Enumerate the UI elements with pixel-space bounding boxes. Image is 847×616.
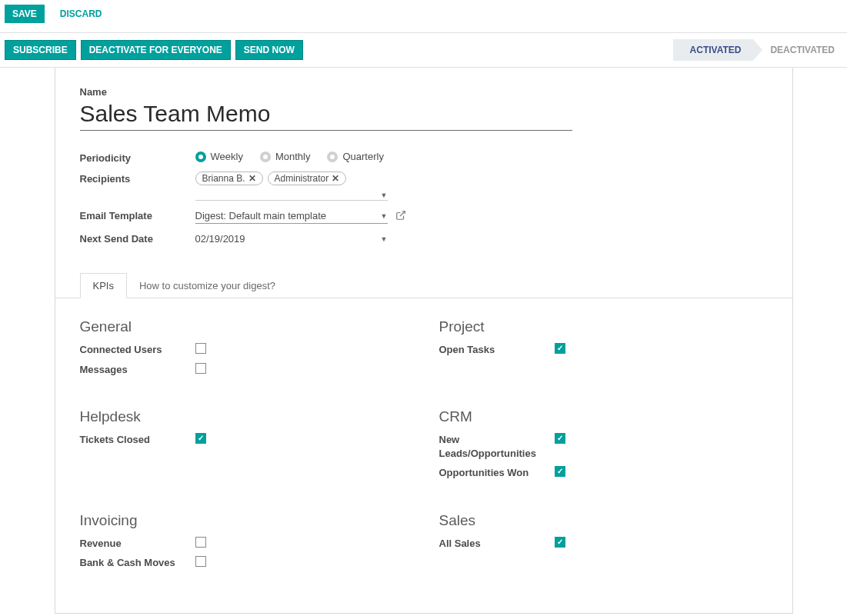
kpi-section-title: CRM [439,408,768,425]
remove-icon[interactable]: ✕ [332,173,339,184]
recipient-tag[interactable]: Brianna B.✕ [195,171,263,185]
discard-button[interactable]: Discard [52,5,110,23]
kpi-checkbox[interactable] [195,537,206,548]
kpi-checkbox[interactable] [195,363,206,374]
external-link-icon[interactable] [395,210,406,223]
kpi-section-title: Helpdesk [80,408,408,425]
email-template-select[interactable]: Digest: Default main template ▼ [195,208,388,224]
status-activated[interactable]: Activated [673,39,754,61]
kpi-section-sales: Sales All Sales✓ [439,512,768,576]
periodicity-monthly-label: Monthly [275,151,311,162]
kpi-section-invoicing: Invoicing RevenueBank & Cash Moves [80,512,408,576]
periodicity-quarterly[interactable]: Quarterly [327,151,383,162]
kpi-row: Revenue [80,537,408,551]
periodicity-label: Periodicity [80,151,195,164]
kpi-section-crm: CRM New Leads/Opportunities✓Opportunitie… [439,408,768,486]
kpi-section-general: General Connected UsersMessages [80,318,408,382]
kpi-row: Bank & Cash Moves [80,556,408,570]
recipients-label: Recipients [80,171,195,185]
kpi-section-project: Project Open Tasks✓ [439,318,768,382]
periodicity-weekly[interactable]: Weekly [195,151,243,162]
send-now-button[interactable]: Send Now [235,40,303,60]
tab-howto[interactable]: How to customize your digest? [126,273,288,298]
kpi-row: Open Tasks✓ [439,343,768,357]
radio-dot-icon [260,152,271,162]
recipients-field[interactable]: Brianna B.✕Administrator✕ ▼ [195,171,572,201]
periodicity-quarterly-label: Quarterly [342,151,383,162]
caret-down-icon: ▼ [381,191,388,199]
save-button[interactable]: Save [5,5,45,23]
remove-icon[interactable]: ✕ [248,173,256,184]
recipient-tag-label: Administrator [275,173,329,184]
kpi-section-title: Invoicing [80,512,408,529]
kpi-label: Connected Users [80,343,195,357]
kpi-section-title: Project [439,318,768,335]
kpi-checkbox[interactable]: ✓ [555,537,565,548]
caret-down-icon: ▼ [381,235,388,243]
kpi-label: Messages [80,363,195,377]
kpi-row: Connected Users [80,343,408,357]
kpi-checkbox[interactable] [195,556,206,567]
next-send-date-input[interactable]: 02/19/2019 ▼ [195,231,388,246]
kpi-label: Open Tasks [439,343,555,357]
kpi-label: All Sales [439,537,555,551]
kpi-label: Tickets Closed [80,433,195,447]
recipient-tag[interactable]: Administrator✕ [268,171,347,185]
recipient-tag-label: Brianna B. [202,173,245,184]
kpi-row: All Sales✓ [439,537,768,551]
statusbar: Activated Deactivated [673,39,847,61]
email-template-label: Email Template [80,208,195,221]
kpi-row: Tickets Closed✓ [80,433,408,447]
kpi-label: New Leads/Opportunities [439,433,555,460]
kpi-checkbox[interactable]: ✓ [555,466,565,477]
name-input[interactable] [80,99,572,131]
deactivate-for-everyone-button[interactable]: Deactivate for Everyone [81,40,231,60]
kpi-section-title: General [80,318,408,335]
caret-down-icon: ▼ [381,212,388,220]
kpi-label: Bank & Cash Moves [80,556,195,570]
kpi-checkbox[interactable] [195,343,206,354]
recipients-dropdown[interactable]: ▼ [195,190,388,201]
subscribe-button[interactable]: Subscribe [5,40,76,60]
kpi-section-title: Sales [439,512,768,529]
kpi-row: Opportunities Won✓ [439,466,768,480]
kpi-label: Opportunities Won [439,466,555,480]
periodicity-monthly[interactable]: Monthly [260,151,311,162]
kpi-checkbox[interactable]: ✓ [555,433,565,444]
radio-dot-icon [195,152,206,162]
kpi-row: Messages [80,363,408,377]
periodicity-group: Weekly Monthly Quarterly [195,151,572,162]
next-send-date-value: 02/19/2019 [195,233,245,245]
name-label: Name [80,86,768,98]
svg-line-0 [399,211,404,215]
kpi-row: New Leads/Opportunities✓ [439,433,768,460]
radio-dot-icon [327,152,338,162]
next-send-date-label: Next Send Date [80,231,195,245]
kpi-checkbox[interactable]: ✓ [195,433,206,444]
periodicity-weekly-label: Weekly [211,151,243,162]
email-template-value: Digest: Default main template [195,210,327,221]
kpi-label: Revenue [80,537,195,551]
kpi-section-helpdesk: Helpdesk Tickets Closed✓ [80,408,408,486]
tab-kpis[interactable]: KPIs [80,273,127,298]
kpi-checkbox[interactable]: ✓ [555,343,565,354]
status-deactivated[interactable]: Deactivated [753,39,847,61]
